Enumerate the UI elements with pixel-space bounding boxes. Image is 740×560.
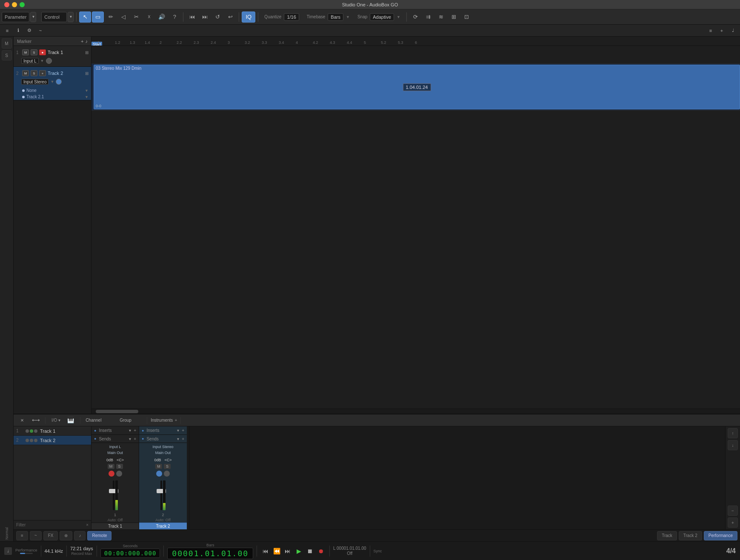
tab-plus[interactable]: ⊕ bbox=[60, 531, 72, 540]
nav-tab-performance[interactable]: Performance bbox=[704, 531, 737, 540]
volume-tool-btn[interactable]: 🔊 bbox=[156, 11, 168, 23]
audio-clip[interactable]: 03 Stereo Mix 129 Dmin 1.04.01.24 0-0 bbox=[94, 65, 740, 109]
strip-2-monitor-btn[interactable] bbox=[156, 471, 162, 477]
mixer-1-btn1[interactable] bbox=[26, 429, 29, 433]
left-btn-s[interactable]: S bbox=[2, 50, 12, 60]
tb2-btn4[interactable]: ~ bbox=[36, 26, 45, 35]
note-btn[interactable]: ♪ bbox=[86, 39, 88, 44]
skip-fwd-btn[interactable]: ⏭ bbox=[199, 11, 211, 23]
tb2-btn3[interactable]: ⚙ bbox=[25, 26, 34, 35]
transport-return-btn[interactable]: ⏮ bbox=[260, 546, 271, 556]
mixer-track-1[interactable]: 1 Track 1 bbox=[14, 426, 91, 436]
settings-btn[interactable]: ⊡ bbox=[460, 11, 472, 23]
scroll-thumb[interactable] bbox=[96, 410, 138, 413]
tb2-btn6[interactable]: + bbox=[717, 26, 726, 35]
transport-fwd-btn[interactable]: ⏭ bbox=[283, 546, 293, 556]
midi-icon[interactable]: ♩ bbox=[4, 547, 12, 555]
track-1-monitor-btn[interactable] bbox=[46, 58, 52, 64]
strip-1-sends-arrow[interactable]: ▾ bbox=[129, 437, 131, 441]
arrow-tool-btn[interactable]: ↖ bbox=[79, 11, 91, 23]
skip-back-btn[interactable]: ⏮ bbox=[186, 11, 198, 23]
resize-panel-btn[interactable]: ⟷ bbox=[30, 415, 42, 426]
mixer-2-btn3[interactable] bbox=[34, 439, 37, 442]
tb2-btn1[interactable]: ≡ bbox=[3, 26, 12, 35]
strip-1-mute-btn[interactable]: M bbox=[108, 464, 114, 469]
transport-stop-btn[interactable]: ⏹ bbox=[305, 546, 315, 556]
timebase-value[interactable]: Bars bbox=[328, 13, 343, 21]
mute-tool-btn[interactable]: ☓ bbox=[143, 11, 155, 23]
strip-2-monitor2-btn[interactable] bbox=[164, 471, 170, 477]
strip-1-inserts-arrow[interactable]: ▾ bbox=[129, 428, 131, 433]
track-1-solo-btn[interactable]: S bbox=[31, 49, 37, 55]
io-btn[interactable]: I/O ▾ bbox=[49, 417, 63, 423]
left-btn-m[interactable]: M bbox=[2, 38, 12, 49]
strip-1-name[interactable]: Track 1 bbox=[91, 523, 139, 529]
split-tool-btn[interactable]: ✂ bbox=[130, 11, 142, 23]
strip-2-sends-add[interactable]: + bbox=[182, 437, 184, 441]
loop-btn[interactable]: ↺ bbox=[211, 11, 223, 23]
strip-1-rec-btn[interactable] bbox=[109, 471, 114, 477]
control-box[interactable]: Control bbox=[41, 12, 67, 22]
nav-tab-track2[interactable]: Track 2 bbox=[679, 531, 702, 540]
strip-2-inserts-arrow[interactable]: ▾ bbox=[177, 428, 179, 433]
track-2-monitor-btn[interactable] bbox=[56, 79, 62, 85]
help-tool-btn[interactable]: ? bbox=[169, 11, 180, 23]
maximize-button[interactable] bbox=[20, 2, 25, 7]
nav-tab-track[interactable]: Track bbox=[657, 531, 677, 540]
parameter-box[interactable]: Parameter bbox=[2, 12, 29, 22]
tb2-btn2[interactable]: ℹ bbox=[14, 26, 23, 35]
select-tool-btn[interactable]: ▭ bbox=[92, 11, 104, 23]
add-track-btn[interactable]: + bbox=[81, 39, 83, 44]
close-panel-btn[interactable]: × bbox=[16, 415, 28, 426]
midi-btn[interactable]: 🎹 bbox=[65, 415, 77, 426]
strip-2-name[interactable]: Track 2 bbox=[139, 523, 187, 529]
mixer-1-btn2[interactable] bbox=[30, 429, 33, 433]
transport-play-btn[interactable]: ▶ bbox=[294, 546, 304, 556]
normalize-btn[interactable]: ≋ bbox=[435, 11, 447, 23]
erase-tool-btn[interactable]: ◁ bbox=[117, 11, 129, 23]
right-btn-zoom-in[interactable]: + bbox=[728, 517, 738, 528]
track-1-input[interactable]: Input L bbox=[21, 58, 39, 64]
tab-lines[interactable]: ≡ bbox=[16, 531, 28, 540]
tab-wave[interactable]: ~ bbox=[30, 531, 42, 540]
bounce-btn[interactable]: ⇉ bbox=[422, 11, 434, 23]
iq-btn[interactable]: IQ bbox=[242, 11, 255, 23]
strip-1-monitor-btn[interactable] bbox=[116, 471, 122, 477]
control-arrow[interactable]: ▼ bbox=[68, 12, 74, 22]
close-button[interactable] bbox=[4, 2, 9, 7]
strip-2-mute-btn[interactable]: M bbox=[155, 464, 162, 469]
strip-1-solo-btn[interactable]: S bbox=[116, 464, 123, 469]
mixer-2-btn2[interactable] bbox=[30, 439, 33, 442]
mixer-2-btn1[interactable] bbox=[26, 439, 29, 442]
strip-2-solo-btn[interactable]: S bbox=[164, 464, 171, 469]
mixer-1-btn3[interactable] bbox=[34, 429, 37, 433]
instruments-add-btn[interactable]: + bbox=[174, 418, 177, 423]
quantize-value[interactable]: 1/16 bbox=[284, 13, 299, 21]
pencil-tool-btn[interactable]: ✏ bbox=[105, 11, 117, 23]
track-2-input[interactable]: Input Stereo bbox=[21, 79, 49, 85]
return-btn[interactable]: ↩ bbox=[224, 11, 236, 23]
parameter-arrow[interactable]: ▼ bbox=[30, 12, 36, 22]
track-2-rec-btn[interactable]: ● bbox=[39, 70, 46, 76]
tab-note[interactable]: ♪ bbox=[74, 531, 86, 540]
strip-2-inserts-add[interactable]: + bbox=[182, 428, 184, 433]
tb2-btn5[interactable]: ≡ bbox=[706, 26, 715, 35]
grid-btn[interactable]: ⊞ bbox=[448, 11, 460, 23]
mixer-track-2[interactable]: 2 Track 2 bbox=[14, 436, 91, 445]
track-1-mute-btn[interactable]: M bbox=[22, 49, 29, 55]
transport-back-btn[interactable]: ⏪ bbox=[271, 546, 282, 556]
loop-right-btn[interactable]: ⟳ bbox=[409, 11, 421, 23]
strip-1-sends-add[interactable]: + bbox=[134, 437, 136, 441]
filter-clear-btn[interactable]: × bbox=[86, 523, 89, 527]
tab-fx[interactable]: FX bbox=[43, 531, 58, 540]
tab-remote[interactable]: Remote bbox=[87, 531, 111, 540]
transport-rec-btn[interactable]: ⏺ bbox=[316, 546, 326, 556]
strip-1-inserts-add[interactable]: + bbox=[134, 428, 136, 433]
snap-value[interactable]: Adaptive bbox=[370, 13, 394, 21]
tb2-btn7[interactable]: ♩ bbox=[728, 26, 737, 35]
track-1-rec-btn[interactable]: ● bbox=[39, 49, 46, 55]
minimize-button[interactable] bbox=[12, 2, 17, 7]
track-2-solo-btn[interactable]: S bbox=[31, 70, 37, 76]
right-btn-2[interactable]: ↓ bbox=[728, 440, 738, 450]
strip-2-sends-arrow[interactable]: ▾ bbox=[177, 437, 179, 441]
